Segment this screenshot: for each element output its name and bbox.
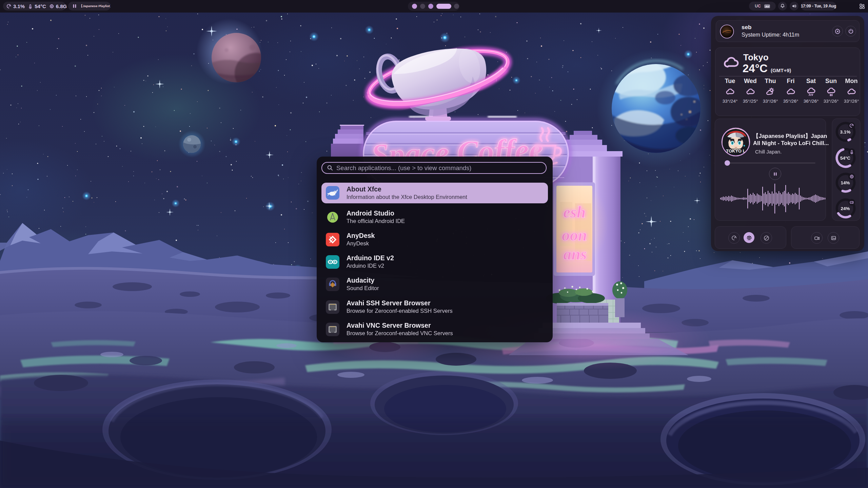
svg-text:14%: 14% bbox=[841, 180, 850, 185]
svg-text:oon: oon bbox=[562, 226, 587, 244]
svg-text:24%: 24% bbox=[841, 206, 850, 211]
svg-text:TOKYO L: TOKYO L bbox=[726, 148, 746, 154]
svg-text:3.1%: 3.1% bbox=[840, 129, 851, 135]
svg-text:54°C: 54°C bbox=[840, 156, 850, 161]
svg-text:esh: esh bbox=[563, 203, 586, 221]
svg-text:ans: ans bbox=[563, 245, 587, 263]
